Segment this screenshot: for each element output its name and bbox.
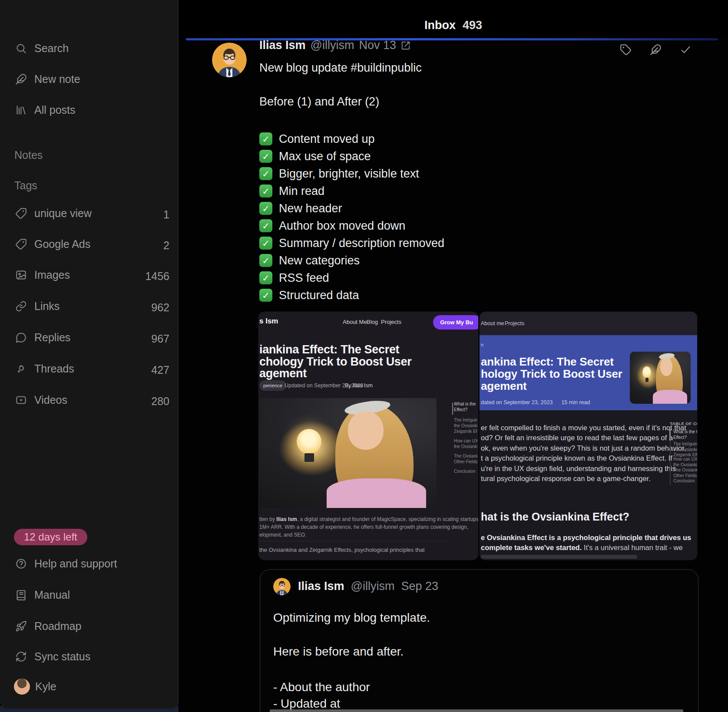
article-intro: er felt compelled to finish a movie you … <box>481 423 686 484</box>
checklist-label: Min read <box>279 185 324 198</box>
checklist-item: New categories <box>259 252 360 269</box>
checklist-item: Content moved up <box>259 130 375 148</box>
author-bio-line: 1M+ ARR. With a decade of experience, he… <box>259 524 468 530</box>
avatar[interactable] <box>273 578 291 595</box>
user-avatar <box>14 679 30 695</box>
sidebar-item-all-posts[interactable]: All posts <box>15 104 75 116</box>
quote-author[interactable]: Ilias Ism <box>298 580 344 593</box>
section-heading: hat is the Ovsiankina Effect? <box>481 511 629 523</box>
toc-item[interactable]: Conclusion <box>673 478 697 484</box>
quote-text-line: Here is before and after. <box>273 645 404 659</box>
toc-active-bar <box>669 429 671 441</box>
sidebar-item-new-note[interactable]: New note <box>15 73 80 86</box>
tag-count: 1456 <box>145 270 169 283</box>
checklist-label: Author box moved down <box>279 219 405 233</box>
banner-crumb: n <box>481 342 483 347</box>
sidebar-tag-links[interactable]: Links <box>15 300 60 313</box>
clipped-text-line <box>481 555 637 559</box>
check-icon[interactable] <box>680 44 692 56</box>
sidebar-tag-unique-view[interactable]: unique view <box>15 207 92 220</box>
blog-nav-about: About me <box>481 320 504 326</box>
quote-handle[interactable]: @illyism <box>351 580 395 593</box>
sidebar-item-label: Threads <box>34 363 74 375</box>
checklist-label: RSS feed <box>279 271 329 285</box>
feed-scroll-area[interactable]: Ilias Ism @illyism Nov 13 <box>179 40 728 712</box>
tweet-author[interactable]: Ilias Ism <box>259 40 306 52</box>
sidebar-tag-videos[interactable]: Videos <box>15 394 67 406</box>
sidebar-item-manual[interactable]: Manual <box>15 589 70 601</box>
toc-item[interactable]: The Intriguing the Ovsiankina Zeigarnik … <box>454 417 477 434</box>
threads-icon <box>15 363 27 375</box>
avatar-illustration <box>212 43 247 77</box>
checklist-label: New header <box>279 202 342 215</box>
sidebar-tag-images[interactable]: Images <box>15 269 70 281</box>
external-link-icon[interactable] <box>401 41 410 50</box>
checklist-item: Summary / description removed <box>259 234 444 252</box>
divider <box>259 541 446 541</box>
grow-button: Grow My Bu <box>433 315 478 330</box>
tag-count: 1 <box>163 208 169 221</box>
blog-logo: s Ism <box>259 317 278 326</box>
checklist-label: New categories <box>279 254 360 267</box>
help-icon <box>15 558 27 570</box>
sidebar-tag-google-ads[interactable]: Google Ads <box>15 238 90 251</box>
toc-item[interactable]: How can UX the Ovsiankin <box>454 438 477 449</box>
toc-active-bar <box>452 403 453 415</box>
quoted-tweet[interactable]: Ilias Ism @illyism Sep 23 Optimizing my … <box>260 569 698 712</box>
after-screenshot[interactable]: About me Projects n ankina Effect: The S… <box>480 312 697 560</box>
quote-embedded-image-edge <box>270 709 683 712</box>
sidebar-item-label: Roadmap <box>34 620 81 633</box>
check-emoji-icon <box>259 202 272 215</box>
sidebar-tag-threads[interactable]: Threads <box>15 363 74 375</box>
quote-date[interactable]: Sep 23 <box>401 580 438 593</box>
checklist-item: Max use of space <box>259 148 371 165</box>
blog-nav-projects: Projects <box>505 320 524 326</box>
checklist-item: New header <box>259 200 342 217</box>
tag-icon[interactable] <box>620 44 632 56</box>
checklist-item: Structured data <box>259 287 359 304</box>
sidebar-tag-replies[interactable]: Replies <box>15 331 70 344</box>
toc-item[interactable]: What is the Ovsi Effect? <box>673 429 697 440</box>
sidebar-item-help[interactable]: Help and support <box>15 557 117 570</box>
toc-item[interactable]: What is the Effect? <box>454 401 477 412</box>
section-header-notes: Notes <box>14 149 43 162</box>
book-icon <box>15 589 27 601</box>
category-pill: perience <box>259 380 286 391</box>
search-icon <box>15 43 27 54</box>
accent-progress-bar <box>186 38 718 40</box>
sidebar-item-roadmap[interactable]: Roadmap <box>15 620 81 633</box>
tweet-handle[interactable]: @illyism <box>311 40 354 52</box>
before-screenshot[interactable]: s Ism About Me Blog Projects Grow My Bu … <box>258 312 478 560</box>
sidebar-item-label: Google Ads <box>34 238 90 251</box>
user-name: Kyle <box>35 680 56 693</box>
trial-days-badge[interactable]: 12 days left <box>14 529 87 545</box>
tweet-actions <box>620 44 692 56</box>
tweet-date[interactable]: Nov 13 <box>359 40 396 52</box>
avatar[interactable] <box>212 43 247 77</box>
feather-icon <box>15 73 27 85</box>
toc-item[interactable]: The Intriguing Hi the Ovsiankina a Zeiga… <box>673 442 697 458</box>
check-emoji-icon <box>259 289 272 302</box>
tag-count: 280 <box>151 395 169 408</box>
check-emoji-icon <box>259 271 272 284</box>
check-emoji-icon <box>259 237 272 250</box>
video-icon <box>15 394 27 406</box>
tag-icon <box>15 208 27 219</box>
toc-item[interactable]: How can UX desi the Ovsiankina E <box>673 457 697 468</box>
inbox-header: Inbox 493 <box>179 0 728 38</box>
sidebar: Search New note All posts Notes Tags uni… <box>0 0 179 709</box>
user-account[interactable]: Kyle <box>14 679 56 695</box>
check-emoji-icon <box>259 254 272 267</box>
article-title: ankina Effect: The Secret hology Trick t… <box>481 356 622 392</box>
sidebar-item-sync-status[interactable]: Sync status <box>15 650 90 663</box>
sidebar-item-search[interactable]: Search <box>15 42 69 55</box>
article-footer-line: the Ovsiankina and Zeigarnik Effects, ps… <box>259 547 425 553</box>
toc-item[interactable]: The Ovsiankin Other Fields <box>454 453 477 465</box>
feather-icon[interactable] <box>650 44 662 56</box>
checklist-label: Content moved up <box>279 132 375 146</box>
tag-icon <box>15 238 27 250</box>
reply-bubble-icon <box>15 332 27 343</box>
toc-item[interactable]: Conclusion <box>454 468 477 474</box>
check-emoji-icon <box>259 132 272 145</box>
toc-item[interactable]: The Ovsiankina E Other Fields <box>673 468 697 478</box>
